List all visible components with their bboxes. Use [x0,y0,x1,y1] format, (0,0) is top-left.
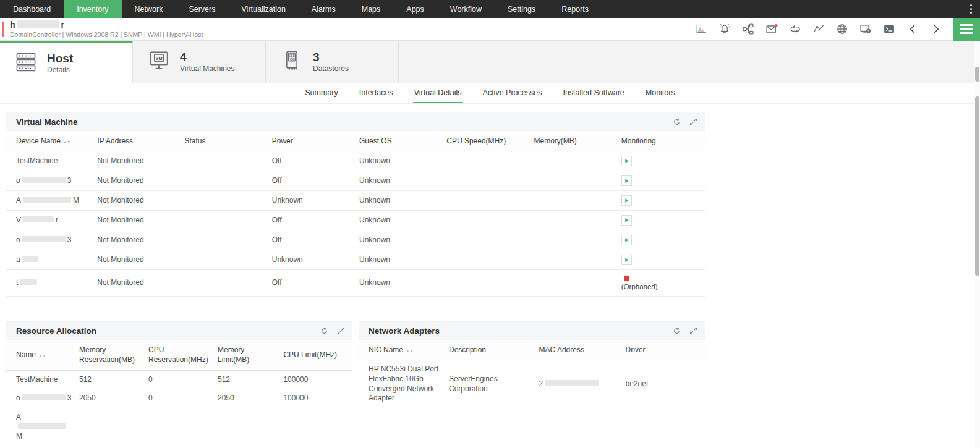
nav-item-alarms[interactable]: Alarms [299,0,349,18]
start-monitoring-button[interactable] [621,175,632,186]
entity-tab-virtual-machines[interactable]: VM 4 Virtual Machines [133,41,266,83]
subtab-virtual-details[interactable]: Virtual Details [413,85,463,103]
scrollbar-thumb[interactable] [975,67,979,82]
column-header[interactable]: Monitoring [618,131,705,151]
column-header[interactable]: NIC Name▲▼ [359,340,445,360]
device-name-cell: AM [6,191,93,211]
start-monitoring-button[interactable] [621,195,632,206]
entity-tab-details[interactable]: Host Details [0,41,133,83]
monitoring-cell [618,191,705,211]
server-rack-icon [14,49,38,77]
column-header[interactable]: CPU Limit(MHz) [279,340,352,370]
orphaned-status-icon [624,276,629,281]
subtab-interfaces[interactable]: Interfaces [358,85,394,103]
host-identity: hr DomainController | Windows 2008 R2 | … [2,20,203,38]
column-header[interactable]: Description [445,340,535,360]
memory-limit-cell: 512 [214,370,279,389]
hamburger-menu-icon[interactable] [953,18,980,41]
column-header[interactable]: Device Name▲▼ [6,131,93,151]
nav-item-settings[interactable]: Settings [495,0,548,18]
name-cell: o3 [6,389,75,408]
line-graph-icon[interactable] [809,22,828,36]
monitoring-cell [618,250,705,270]
entity-strip-filler [399,41,980,83]
start-monitoring-button[interactable] [621,255,632,265]
column-header[interactable]: Memory(MB) [530,131,618,151]
start-monitoring-button[interactable] [621,156,632,166]
refresh-icon[interactable] [320,327,328,335]
column-header[interactable]: MAC Address [535,340,622,360]
subtab-installed-software[interactable]: Installed Software [561,85,625,103]
monitoring-cell [618,230,705,250]
expand-icon[interactable] [337,327,345,335]
chevron-right-icon[interactable] [927,22,945,36]
nic-name-cell: HP NC553i Dual Port FlexFabric 10Gb Conv… [359,360,445,408]
column-header[interactable]: Driver [622,340,705,360]
nav-item-servers[interactable]: Servers [176,0,228,18]
column-header[interactable]: IP Address [93,131,181,151]
nav-item-workflow[interactable]: Workflow [437,0,495,18]
memory-cell [530,270,618,297]
host-toolbar [689,18,980,40]
top-nav: DashboardInventoryNetworkServersVirtuali… [0,0,980,18]
refresh-icon[interactable] [673,118,681,126]
refresh-icon[interactable] [673,327,681,335]
nav-item-virtualization[interactable]: Virtualization [229,0,299,18]
status-cell [181,151,268,171]
nav-item-maps[interactable]: Maps [349,0,394,18]
nav-item-inventory[interactable]: Inventory [64,0,121,18]
entity-tab-subtitle: Datastores [313,64,349,73]
column-header[interactable]: CPU Speed(MHz) [443,131,530,151]
topology-icon[interactable] [739,22,757,36]
column-header[interactable]: Memory Limit(MB) [214,340,279,370]
mail-notification-icon[interactable] [762,22,781,36]
expand-icon[interactable] [689,118,697,126]
start-monitoring-button[interactable] [621,235,632,245]
nav-item-reports[interactable]: Reports [548,0,602,18]
column-header[interactable]: Guest OS [356,131,443,151]
page-scrollbar[interactable] [974,41,980,448]
subtab-summary[interactable]: Summary [304,85,339,103]
chevron-left-icon[interactable] [903,22,922,36]
link-icon[interactable] [786,22,804,36]
monitoring-cell [618,211,705,230]
name-cell: TestMachine [6,370,75,389]
column-header[interactable]: CPU Reservation(MHz) [145,340,214,370]
resource-table-row: o3 2050 0 2050 100000 [6,389,352,408]
scrollbar-thumb[interactable] [975,96,979,276]
remote-session-icon[interactable] [856,22,875,36]
virtual-machine-panel: Virtual Machine Device Name▲▼IP AddressS… [6,112,705,297]
subtab-active-processes[interactable]: Active Processes [482,85,543,103]
redacted-text [22,394,66,400]
entity-tab-datastores[interactable]: SSDHDD 3 Datastores [266,41,399,83]
terminal-icon[interactable] [880,22,898,36]
column-header[interactable]: Status [181,131,268,151]
host-subtitle: DomainController | Windows 2008 R2 | SNM… [10,31,203,38]
subtab-monitors[interactable]: Monitors [644,85,676,103]
redacted-text [23,197,71,203]
ip-address-cell: Not Monitored [93,171,181,191]
status-cell [181,270,268,297]
column-header[interactable]: Power [268,131,356,151]
column-header[interactable]: Name▲▼ [6,340,75,370]
globe-icon[interactable] [833,22,851,36]
nav-item-dashboard[interactable]: Dashboard [0,0,64,18]
vm-table-row: a Not Monitored Unknown Unknown [6,250,705,270]
area-chart-icon[interactable] [692,22,710,36]
svg-text:VM: VM [155,56,163,61]
panel-actions [320,327,345,335]
resource-allocation-panel-header: Resource Allocation [6,321,352,340]
expand-icon[interactable] [689,327,697,335]
panel-actions [673,327,697,335]
redacted-text [23,216,54,222]
start-monitoring-button[interactable] [621,215,632,226]
memory-limit-cell [214,408,279,446]
nav-spacer [602,0,961,18]
vm-table-row: o3 Not Monitored Off Unknown [6,171,705,191]
nav-item-network[interactable]: Network [122,0,176,18]
alarm-bell-icon[interactable] [715,22,734,36]
vm-table-row: Vr Not Monitored Off Unknown [6,211,705,230]
nav-item-apps[interactable]: Apps [393,0,437,18]
kebab-menu-icon[interactable] [961,0,980,18]
column-header[interactable]: Memory Reservation(MB) [75,340,145,370]
